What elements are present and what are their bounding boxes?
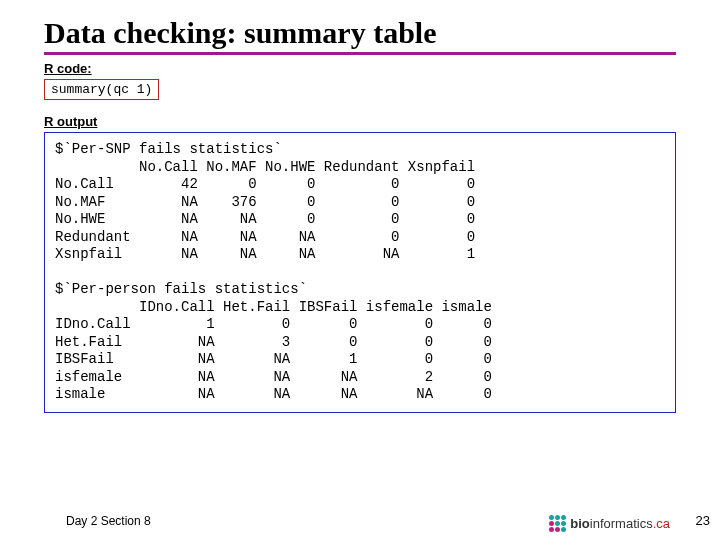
page-number: 23 <box>696 513 710 528</box>
code-block: summary(qc 1) <box>44 79 159 100</box>
logo-dots-icon <box>549 515 566 532</box>
slide-title: Data checking: summary table <box>44 16 676 55</box>
output-label: R output <box>44 114 676 129</box>
footer-text: Day 2 Section 8 <box>66 514 151 528</box>
logo-wordmark: bioinformatics.ca <box>570 516 670 531</box>
bioinformatics-logo: bioinformatics.ca <box>549 515 670 532</box>
output-block: $`Per-SNP fails statistics` No.Call No.M… <box>44 132 676 413</box>
code-label: R code: <box>44 61 676 76</box>
